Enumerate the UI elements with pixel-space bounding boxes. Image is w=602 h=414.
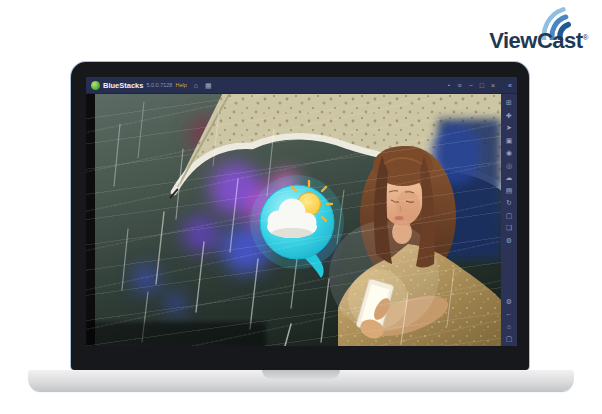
- rotate-screen-icon[interactable]: ↻: [506, 199, 512, 206]
- app-version: 5.0.0.7128: [146, 82, 172, 88]
- sidebar-collapse-icon[interactable]: «: [508, 82, 512, 89]
- multi-instance-icon[interactable]: ▦: [205, 82, 212, 89]
- back-icon[interactable]: ←: [506, 310, 513, 317]
- minimize-icon[interactable]: −: [469, 82, 473, 89]
- screenshot-icon[interactable]: ▣: [506, 137, 513, 144]
- page: ViewCast® BlueStacks 5.0.0.7128 Help ⌂ ▦…: [0, 0, 602, 414]
- titlebar: BlueStacks 5.0.0.7128 Help ⌂ ▦ ◔ ≡ − □ ×…: [86, 77, 517, 94]
- sidebar-nav: ⚙ ← ⌂ ▢: [506, 298, 513, 343]
- lips: [395, 216, 404, 220]
- media-manager-icon[interactable]: ▢: [506, 212, 513, 219]
- window-controls: ◔ ≡ − □ × «: [446, 82, 512, 89]
- laptop-notch: [262, 370, 340, 379]
- app-title: BlueStacks: [103, 81, 143, 90]
- settings-icon[interactable]: ⚙: [506, 237, 512, 244]
- camera-icon[interactable]: ◉: [506, 149, 512, 156]
- home-icon[interactable]: ⌂: [194, 82, 198, 89]
- multi-window-icon[interactable]: ❏: [506, 224, 512, 231]
- laptop-mockup: BlueStacks 5.0.0.7128 Help ⌂ ▦ ◔ ≡ − □ ×…: [0, 0, 602, 414]
- laptop-base: [28, 370, 574, 391]
- close-icon[interactable]: ×: [491, 82, 495, 89]
- android-home-icon[interactable]: ⌂: [507, 323, 511, 330]
- emulator-sidebar: ⊞ ✚ ➤ ▣ ◉ ◎ ☁ ▤ ↻ ▢ ❏ ⚙ ⚙: [501, 94, 517, 346]
- scene-art: [86, 94, 501, 346]
- recent-apps-icon[interactable]: ▢: [506, 335, 513, 342]
- fullscreen-icon[interactable]: ⊞: [506, 99, 512, 106]
- weather-app-scene: [86, 94, 501, 346]
- boost-icon[interactable]: ◔: [446, 82, 450, 89]
- keymap-icon[interactable]: ▤: [506, 187, 513, 194]
- bluestacks-logo-icon: [91, 81, 100, 90]
- macro-recorder-icon[interactable]: ◎: [506, 162, 512, 169]
- menu-icon[interactable]: ≡: [458, 82, 462, 89]
- laptop-screen-bezel: BlueStacks 5.0.0.7128 Help ⌂ ▦ ◔ ≡ − □ ×…: [71, 62, 529, 370]
- more-options-icon[interactable]: ⚙: [506, 298, 512, 305]
- maximize-icon[interactable]: □: [480, 82, 484, 89]
- sidebar-tools: ⊞ ✚ ➤ ▣ ◉ ◎ ☁ ▤ ↻ ▢ ❏ ⚙: [506, 99, 513, 244]
- bluestacks-window: BlueStacks 5.0.0.7128 Help ⌂ ▦ ◔ ≡ − □ ×…: [86, 77, 517, 346]
- game-controls-icon[interactable]: ✚: [506, 112, 512, 119]
- location-icon[interactable]: ➤: [506, 124, 512, 131]
- cloud-sync-icon[interactable]: ☁: [506, 174, 513, 181]
- help-link[interactable]: Help: [175, 82, 186, 88]
